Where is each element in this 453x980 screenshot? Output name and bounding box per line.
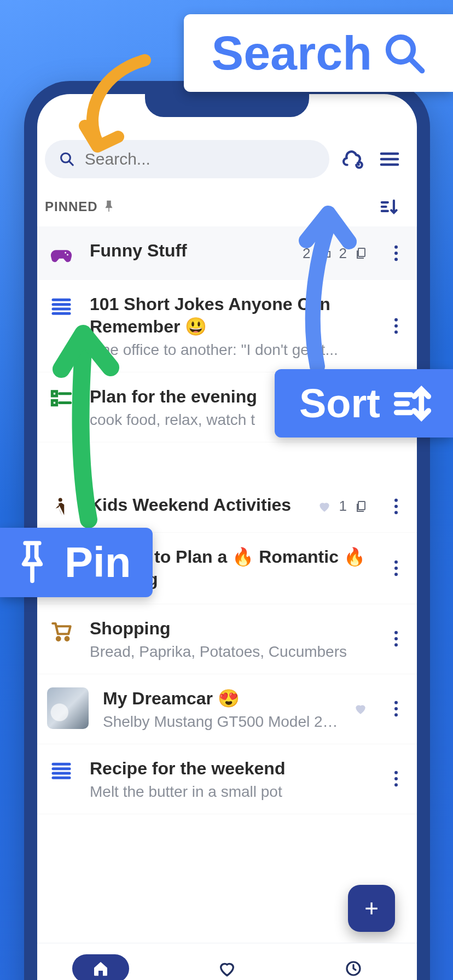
item-title: Kids Weekend Activities <box>90 494 303 516</box>
item-title: Shopping <box>90 617 371 640</box>
svg-rect-13 <box>358 248 365 256</box>
dots-vertical-icon <box>394 631 398 647</box>
svg-point-31 <box>59 498 62 501</box>
item-menu-button[interactable] <box>385 318 407 334</box>
tab-start[interactable]: Start <box>72 954 129 981</box>
pages-icon <box>355 247 368 260</box>
svg-point-41 <box>394 567 398 570</box>
note-lines-icon <box>47 760 76 781</box>
svg-line-6 <box>69 161 73 165</box>
add-button[interactable]: + <box>348 885 395 932</box>
svg-point-22 <box>394 324 398 328</box>
annotation-sort-label: Sort <box>299 380 380 427</box>
item-title: My Dreamcar 😍 <box>103 687 339 710</box>
heart-icon <box>317 499 332 514</box>
annotation-sort: Sort <box>275 369 453 438</box>
item-subtitle: Melt the butter in a small pot <box>90 783 371 801</box>
svg-rect-26 <box>52 400 56 405</box>
list-item[interactable]: 101 Short Jokes Anyone Can Remember 😃 On… <box>37 280 417 372</box>
gamepad-icon <box>47 242 76 267</box>
svg-point-40 <box>394 561 398 564</box>
svg-point-46 <box>394 637 398 640</box>
search-icon <box>59 150 75 168</box>
list-item[interactable]: My Dreamcar 😍 Shelby Mustang GT500 Model… <box>37 674 417 744</box>
menu-button[interactable] <box>378 147 402 171</box>
search-icon <box>383 32 426 74</box>
svg-point-44 <box>66 637 69 640</box>
item-subtitle: Shelby Mustang GT500 Model 2007 <box>103 713 339 731</box>
svg-point-57 <box>394 783 398 786</box>
sort-icon <box>379 196 400 217</box>
tab-recent[interactable]: Recent <box>325 954 382 981</box>
sort-icon <box>391 382 434 425</box>
svg-point-23 <box>394 330 398 334</box>
top-bar <box>37 129 417 189</box>
svg-point-35 <box>394 511 398 514</box>
svg-point-16 <box>394 258 398 261</box>
photo-thumbnail <box>47 687 89 729</box>
pages-icon <box>355 500 368 513</box>
item-title: 101 Short Jokes Anyone Can Remember 😃 <box>90 293 371 338</box>
dots-vertical-icon <box>394 245 398 261</box>
svg-point-49 <box>394 707 398 710</box>
item-menu-button[interactable] <box>385 701 407 717</box>
svg-point-47 <box>394 643 398 646</box>
search-input[interactable] <box>85 150 315 168</box>
item-menu-button[interactable] <box>385 771 407 787</box>
svg-rect-32 <box>358 501 365 510</box>
svg-line-1 <box>410 59 422 71</box>
item-counts: 1 <box>317 498 368 515</box>
annotation-search-label: Search <box>211 25 372 81</box>
dots-vertical-icon <box>394 560 398 576</box>
pinned-label: PINNED <box>45 199 98 214</box>
item-title: Recipe for the weekend <box>90 757 371 780</box>
pin-icon <box>103 200 114 213</box>
item-menu-button[interactable] <box>385 498 407 515</box>
pinned-header: PINNED <box>37 189 417 226</box>
dots-vertical-icon <box>394 701 398 717</box>
item-counts: 2 2 <box>303 245 368 262</box>
svg-point-56 <box>394 777 398 780</box>
svg-rect-24 <box>52 392 56 396</box>
list-item[interactable]: Shopping Bread, Paprika, Potatoes, Cucum… <box>37 604 417 674</box>
checklist-icon <box>47 388 76 410</box>
heart-icon <box>353 702 368 716</box>
item-subtitle: Bread, Paprika, Potatoes, Cucumbers <box>90 643 371 661</box>
list-item[interactable]: Recipe for the weekend Melt the butter i… <box>37 744 417 814</box>
dots-vertical-icon <box>394 771 398 787</box>
dots-vertical-icon <box>394 498 398 515</box>
list-item[interactable]: Kids Weekend Activities 1 <box>37 481 417 533</box>
list-item[interactable]: Funny Stuff 2 2 <box>37 226 417 280</box>
search-field[interactable] <box>45 140 329 178</box>
item-fav <box>353 702 368 716</box>
cloud-sync-button[interactable] <box>341 147 365 171</box>
annotation-pin: Pin <box>0 528 153 597</box>
hiker-icon <box>47 496 76 519</box>
annotation-pin-label: Pin <box>65 538 131 587</box>
sort-button[interactable] <box>378 195 402 219</box>
svg-point-14 <box>394 246 398 249</box>
item-subtitle: One office to another: "I don't get it..… <box>90 341 371 359</box>
dots-vertical-icon <box>394 318 398 334</box>
item-menu-button[interactable] <box>385 631 407 647</box>
section-gap <box>37 442 417 481</box>
svg-point-21 <box>394 318 398 322</box>
svg-point-34 <box>394 505 398 508</box>
clock-icon <box>345 960 362 977</box>
cloud-sync-icon <box>342 148 365 171</box>
svg-point-43 <box>57 637 60 640</box>
home-icon <box>92 960 109 977</box>
bottom-nav: Start Favorites Recent <box>37 943 417 980</box>
note-list: Funny Stuff 2 2 101 Short Jokes Anyone <box>37 226 417 814</box>
svg-point-48 <box>394 701 398 704</box>
svg-point-42 <box>394 573 398 576</box>
svg-point-45 <box>394 631 398 634</box>
hamburger-icon <box>379 148 400 170</box>
heart-outline-icon <box>218 959 236 978</box>
item-menu-button[interactable] <box>385 245 407 261</box>
annotation-search: Search <box>184 14 453 92</box>
phone-notch <box>145 93 309 117</box>
tab-favorites[interactable]: Favorites <box>199 954 255 981</box>
svg-point-33 <box>394 499 398 502</box>
item-menu-button[interactable] <box>385 560 407 576</box>
